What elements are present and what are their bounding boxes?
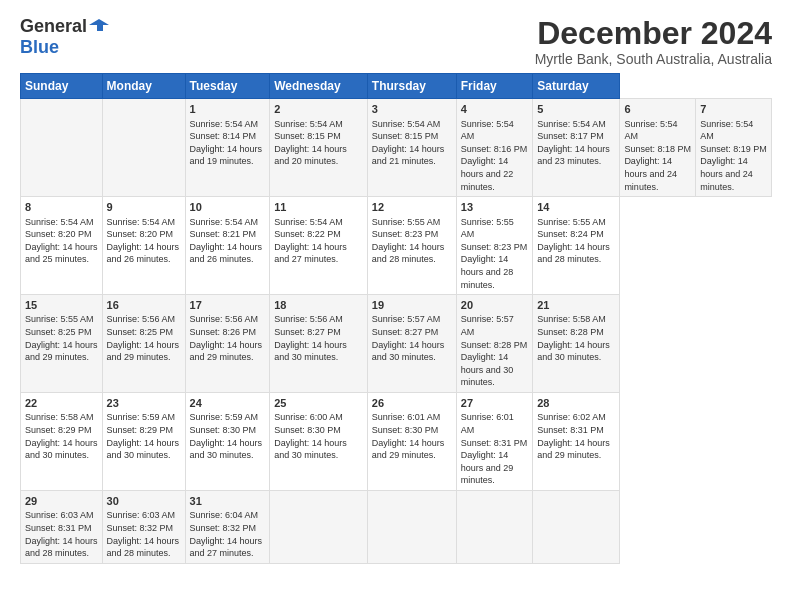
calendar-cell	[456, 491, 532, 564]
calendar-cell: 2Sunrise: 5:54 AMSunset: 8:15 PMDaylight…	[270, 99, 368, 197]
sunrise-text: Sunrise: 5:59 AM	[190, 412, 259, 422]
calendar-cell: 12Sunrise: 5:55 AMSunset: 8:23 PMDayligh…	[367, 197, 456, 295]
column-header-sunday: Sunday	[21, 74, 103, 99]
logo-text: General	[20, 16, 109, 37]
daylight-text: Daylight: 14 hours and 27 minutes.	[190, 536, 263, 559]
sunset-text: Sunset: 8:19 PM	[700, 144, 767, 154]
header: General Blue December 2024 Myrtle Bank, …	[20, 16, 772, 67]
sunrise-text: Sunrise: 6:03 AM	[107, 510, 176, 520]
sunset-text: Sunset: 8:24 PM	[537, 229, 604, 239]
sunset-text: Sunset: 8:22 PM	[274, 229, 341, 239]
logo-general-text: General	[20, 16, 87, 37]
daylight-text: Daylight: 14 hours and 28 minutes.	[107, 536, 180, 559]
calendar-cell: 17Sunrise: 5:56 AMSunset: 8:26 PMDayligh…	[185, 295, 270, 393]
calendar-cell	[102, 99, 185, 197]
daylight-text: Daylight: 14 hours and 29 minutes.	[461, 450, 514, 485]
calendar-cell: 19Sunrise: 5:57 AMSunset: 8:27 PMDayligh…	[367, 295, 456, 393]
sunset-text: Sunset: 8:25 PM	[107, 327, 174, 337]
sunset-text: Sunset: 8:23 PM	[461, 242, 528, 252]
day-number: 17	[190, 298, 266, 313]
daylight-text: Daylight: 14 hours and 26 minutes.	[190, 242, 263, 265]
sunset-text: Sunset: 8:28 PM	[461, 340, 528, 350]
daylight-text: Daylight: 14 hours and 19 minutes.	[190, 144, 263, 167]
daylight-text: Daylight: 14 hours and 21 minutes.	[372, 144, 445, 167]
svg-marker-0	[89, 19, 109, 31]
sunrise-text: Sunrise: 5:56 AM	[190, 314, 259, 324]
week-row-5: 29Sunrise: 6:03 AMSunset: 8:31 PMDayligh…	[21, 491, 772, 564]
calendar-cell: 7Sunrise: 5:54 AMSunset: 8:19 PMDaylight…	[696, 99, 772, 197]
sunset-text: Sunset: 8:32 PM	[107, 523, 174, 533]
sunrise-text: Sunrise: 5:54 AM	[107, 217, 176, 227]
sunset-text: Sunset: 8:15 PM	[372, 131, 439, 141]
week-row-2: 8Sunrise: 5:54 AMSunset: 8:20 PMDaylight…	[21, 197, 772, 295]
calendar-cell: 10Sunrise: 5:54 AMSunset: 8:21 PMDayligh…	[185, 197, 270, 295]
sunset-text: Sunset: 8:15 PM	[274, 131, 341, 141]
day-number: 14	[537, 200, 615, 215]
week-row-3: 15Sunrise: 5:55 AMSunset: 8:25 PMDayligh…	[21, 295, 772, 393]
calendar-cell: 6Sunrise: 5:54 AMSunset: 8:18 PMDaylight…	[620, 99, 696, 197]
daylight-text: Daylight: 14 hours and 24 minutes.	[700, 156, 753, 191]
page: General Blue December 2024 Myrtle Bank, …	[0, 0, 792, 612]
day-number: 8	[25, 200, 98, 215]
calendar-cell: 1Sunrise: 5:54 AMSunset: 8:14 PMDaylight…	[185, 99, 270, 197]
sunrise-text: Sunrise: 5:58 AM	[25, 412, 94, 422]
sunset-text: Sunset: 8:20 PM	[107, 229, 174, 239]
daylight-text: Daylight: 14 hours and 29 minutes.	[25, 340, 98, 363]
sunrise-text: Sunrise: 5:55 AM	[25, 314, 94, 324]
daylight-text: Daylight: 14 hours and 28 minutes.	[372, 242, 445, 265]
sunrise-text: Sunrise: 5:56 AM	[274, 314, 343, 324]
sunrise-text: Sunrise: 5:54 AM	[25, 217, 94, 227]
sunrise-text: Sunrise: 6:01 AM	[372, 412, 441, 422]
daylight-text: Daylight: 14 hours and 30 minutes.	[25, 438, 98, 461]
calendar-cell: 20Sunrise: 5:57 AMSunset: 8:28 PMDayligh…	[456, 295, 532, 393]
day-number: 23	[107, 396, 181, 411]
sunrise-text: Sunrise: 5:54 AM	[190, 217, 259, 227]
week-row-4: 22Sunrise: 5:58 AMSunset: 8:29 PMDayligh…	[21, 393, 772, 491]
sunset-text: Sunset: 8:31 PM	[25, 523, 92, 533]
sunset-text: Sunset: 8:14 PM	[190, 131, 257, 141]
sunrise-text: Sunrise: 5:54 AM	[274, 217, 343, 227]
day-number: 13	[461, 200, 528, 215]
day-number: 5	[537, 102, 615, 117]
daylight-text: Daylight: 14 hours and 27 minutes.	[274, 242, 347, 265]
logo-blue-text: Blue	[20, 37, 59, 58]
column-header-saturday: Saturday	[533, 74, 620, 99]
sunset-text: Sunset: 8:30 PM	[190, 425, 257, 435]
day-number: 22	[25, 396, 98, 411]
column-header-wednesday: Wednesday	[270, 74, 368, 99]
day-number: 31	[190, 494, 266, 509]
day-number: 20	[461, 298, 528, 313]
daylight-text: Daylight: 14 hours and 22 minutes.	[461, 156, 514, 191]
day-number: 29	[25, 494, 98, 509]
daylight-text: Daylight: 14 hours and 28 minutes.	[25, 536, 98, 559]
sunset-text: Sunset: 8:16 PM	[461, 144, 528, 154]
sunrise-text: Sunrise: 6:03 AM	[25, 510, 94, 520]
day-number: 3	[372, 102, 452, 117]
daylight-text: Daylight: 14 hours and 24 minutes.	[624, 156, 677, 191]
day-number: 10	[190, 200, 266, 215]
day-number: 12	[372, 200, 452, 215]
sunset-text: Sunset: 8:31 PM	[537, 425, 604, 435]
sunrise-text: Sunrise: 5:59 AM	[107, 412, 176, 422]
calendar-cell: 25Sunrise: 6:00 AMSunset: 8:30 PMDayligh…	[270, 393, 368, 491]
calendar-cell: 27Sunrise: 6:01 AMSunset: 8:31 PMDayligh…	[456, 393, 532, 491]
sunset-text: Sunset: 8:18 PM	[624, 144, 691, 154]
logo: General Blue	[20, 16, 109, 58]
sunrise-text: Sunrise: 5:54 AM	[624, 119, 677, 142]
day-number: 18	[274, 298, 363, 313]
day-number: 1	[190, 102, 266, 117]
day-number: 21	[537, 298, 615, 313]
day-number: 7	[700, 102, 767, 117]
daylight-text: Daylight: 14 hours and 30 minutes.	[372, 340, 445, 363]
calendar-table: SundayMondayTuesdayWednesdayThursdayFrid…	[20, 73, 772, 564]
sunrise-text: Sunrise: 5:57 AM	[372, 314, 441, 324]
calendar-cell	[270, 491, 368, 564]
calendar-cell	[367, 491, 456, 564]
sunrise-text: Sunrise: 5:55 AM	[537, 217, 606, 227]
day-number: 9	[107, 200, 181, 215]
sunrise-text: Sunrise: 5:54 AM	[190, 119, 259, 129]
daylight-text: Daylight: 14 hours and 29 minutes.	[107, 340, 180, 363]
daylight-text: Daylight: 14 hours and 23 minutes.	[537, 144, 610, 167]
day-number: 24	[190, 396, 266, 411]
daylight-text: Daylight: 14 hours and 20 minutes.	[274, 144, 347, 167]
